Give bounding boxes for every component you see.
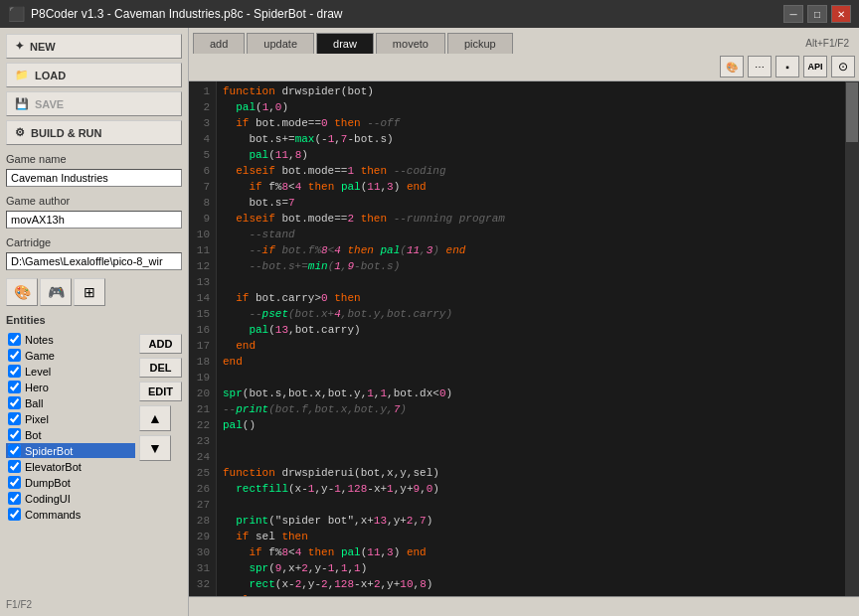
entity-name: Hero xyxy=(25,382,49,393)
entity-item[interactable]: DumpBot xyxy=(6,475,135,490)
entity-checkbox[interactable] xyxy=(8,508,21,521)
entity-checkbox[interactable] xyxy=(8,349,21,362)
sprite-button[interactable]: 🎮 xyxy=(40,278,72,306)
entity-checkbox[interactable] xyxy=(8,396,21,409)
build-run-button[interactable]: ⚙ BUILD & RUN xyxy=(6,120,182,145)
game-author-label: Game author xyxy=(6,195,182,207)
edit-entity-button[interactable]: EDIT xyxy=(139,382,182,401)
cartridge-label: Cartridge xyxy=(6,236,182,248)
cartridge-input[interactable] xyxy=(6,252,182,270)
maximize-button[interactable]: □ xyxy=(807,5,827,23)
entity-name: Bot xyxy=(25,429,42,441)
close-button[interactable]: ✕ xyxy=(831,5,851,23)
tab-pickup[interactable]: pickup xyxy=(447,33,513,54)
status-bar xyxy=(189,596,859,616)
content-area: addupdatedrawmovetopickupAlt+F1/F2 🎨 ⋯ ▪… xyxy=(189,28,859,616)
entity-item[interactable]: Bot xyxy=(6,427,135,442)
entity-name: Commands xyxy=(25,509,81,521)
up-down-controls: ▲ ▼ xyxy=(139,405,182,461)
entities-label: Entities xyxy=(6,314,182,326)
entity-checkbox[interactable] xyxy=(8,381,21,393)
entities-main: NotesGameLevelHeroBallPixelBotSpiderBotE… xyxy=(6,332,182,522)
entity-name: DumpBot xyxy=(25,477,71,489)
entity-item[interactable]: CodingUI xyxy=(6,491,135,506)
grid-button[interactable]: ⊞ xyxy=(74,278,105,306)
entity-item[interactable]: Commands xyxy=(6,507,135,522)
code-editor[interactable]: function drwspider(bot) pal(1,0) if bot.… xyxy=(217,81,845,596)
entity-item[interactable]: Notes xyxy=(6,332,135,347)
scrollbar-thumb xyxy=(846,82,858,142)
title-bar-left: ⬛ P8Coder v1.3 - Caveman Industries.p8c … xyxy=(8,6,342,22)
entity-name: Level xyxy=(25,366,51,378)
tabs-bar: addupdatedrawmovetopickupAlt+F1/F2 xyxy=(189,28,859,53)
entity-item[interactable]: Pixel xyxy=(6,411,135,426)
main-container: ✦ NEW 📁 LOAD 💾 SAVE ⚙ BUILD & RUN Game n… xyxy=(0,28,859,616)
move-down-button[interactable]: ▼ xyxy=(139,435,171,461)
load-button[interactable]: 📁 LOAD xyxy=(6,63,182,87)
sidebar: ✦ NEW 📁 LOAD 💾 SAVE ⚙ BUILD & RUN Game n… xyxy=(0,28,189,616)
code-scrollbar[interactable] xyxy=(845,81,859,596)
github-button[interactable]: ⊙ xyxy=(831,56,855,77)
entity-name: Notes xyxy=(25,334,54,346)
entity-item[interactable]: Game xyxy=(6,348,135,363)
entity-name: Game xyxy=(25,350,55,362)
build-icon: ⚙ xyxy=(15,126,25,139)
dots-button[interactable]: ⋯ xyxy=(748,56,772,77)
fill-button[interactable]: ▪ xyxy=(775,56,799,77)
del-entity-button[interactable]: DEL xyxy=(139,358,182,378)
title-bar: ⬛ P8Coder v1.3 - Caveman Industries.p8c … xyxy=(0,0,859,28)
new-button[interactable]: ✦ NEW xyxy=(6,34,182,59)
entity-name: ElevatorBot xyxy=(25,461,82,473)
color-grid-button[interactable]: 🎨 xyxy=(720,56,744,77)
entity-name: Pixel xyxy=(25,413,49,425)
line-numbers: 1234567891011121314151617181920212223242… xyxy=(189,81,217,596)
game-name-label: Game name xyxy=(6,153,182,165)
title-text: P8Coder v1.3 - Caveman Industries.p8c - … xyxy=(31,7,342,21)
entity-controls: ADD DEL EDIT ▲ ▼ xyxy=(139,334,182,522)
icon-row: 🎨 🎮 ⊞ xyxy=(6,278,182,306)
tab-add[interactable]: add xyxy=(193,33,245,54)
code-container: 1234567891011121314151617181920212223242… xyxy=(189,81,859,596)
minimize-button[interactable]: ─ xyxy=(783,5,803,23)
move-up-button[interactable]: ▲ xyxy=(139,405,171,431)
entity-name: SpiderBot xyxy=(25,445,73,457)
code-toolbar: 🎨 ⋯ ▪ API ⊙ xyxy=(189,53,859,81)
entity-item[interactable]: Ball xyxy=(6,395,135,410)
entity-checkbox[interactable] xyxy=(8,476,21,489)
add-entity-button[interactable]: ADD xyxy=(139,334,182,354)
entity-checkbox[interactable] xyxy=(8,412,21,425)
game-author-input[interactable] xyxy=(6,211,182,229)
entity-item[interactable]: SpiderBot xyxy=(6,443,135,458)
save-icon: 💾 xyxy=(15,97,29,110)
tab-moveto[interactable]: moveto xyxy=(376,33,445,54)
entities-list: NotesGameLevelHeroBallPixelBotSpiderBotE… xyxy=(6,332,135,522)
entity-item[interactable]: Hero xyxy=(6,380,135,394)
load-icon: 📁 xyxy=(15,69,29,81)
entity-item[interactable]: Level xyxy=(6,364,135,379)
tab-draw[interactable]: draw xyxy=(316,33,374,54)
api-button[interactable]: API xyxy=(803,56,827,77)
game-name-input[interactable] xyxy=(6,169,182,187)
tab-update[interactable]: update xyxy=(247,33,314,54)
entity-checkbox[interactable] xyxy=(8,444,21,457)
entity-checkbox[interactable] xyxy=(8,333,21,346)
title-bar-controls: ─ □ ✕ xyxy=(783,5,851,23)
tab-extra: Alt+F1/F2 xyxy=(799,34,855,53)
entity-checkbox[interactable] xyxy=(8,428,21,441)
entity-checkbox[interactable] xyxy=(8,365,21,378)
entity-checkbox[interactable] xyxy=(8,492,21,505)
new-icon: ✦ xyxy=(15,40,24,53)
palette-button[interactable]: 🎨 xyxy=(6,278,38,306)
app-icon: ⬛ xyxy=(8,6,25,22)
entity-checkbox[interactable] xyxy=(8,460,21,473)
entity-name: CodingUI xyxy=(25,493,71,505)
save-button[interactable]: 💾 SAVE xyxy=(6,91,182,116)
entity-name: Ball xyxy=(25,397,43,409)
f1f2-label: F1/F2 xyxy=(6,599,182,610)
entity-item[interactable]: ElevatorBot xyxy=(6,459,135,474)
